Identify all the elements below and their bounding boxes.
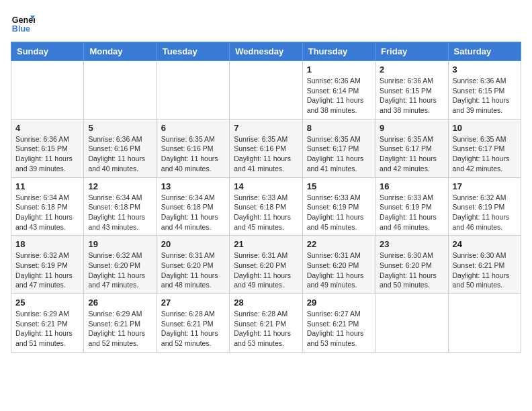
day-number: 28 — [234, 298, 298, 308]
day-info: Sunrise: 6:36 AMSunset: 6:14 PMDaylight:… — [307, 76, 371, 116]
day-info: Sunrise: 6:29 AMSunset: 6:21 PMDaylight:… — [15, 309, 79, 349]
calendar-cell: 13Sunrise: 6:34 AMSunset: 6:18 PMDayligh… — [157, 177, 229, 236]
logo: General Blue — [11, 11, 35, 35]
day-number: 12 — [88, 181, 152, 191]
day-number: 26 — [88, 298, 152, 308]
day-info: Sunrise: 6:30 AMSunset: 6:21 PMDaylight:… — [453, 250, 517, 290]
calendar-cell: 19Sunrise: 6:32 AMSunset: 6:20 PMDayligh… — [84, 236, 157, 294]
calendar-cell: 8Sunrise: 6:35 AMSunset: 6:17 PMDaylight… — [302, 119, 375, 177]
day-number: 9 — [380, 123, 443, 133]
calendar-cell: 5Sunrise: 6:36 AMSunset: 6:16 PMDaylight… — [84, 119, 157, 177]
calendar-cell: 6Sunrise: 6:35 AMSunset: 6:16 PMDaylight… — [157, 119, 229, 177]
day-number: 29 — [307, 298, 371, 308]
day-number: 14 — [234, 181, 298, 191]
day-number: 15 — [307, 181, 371, 191]
calendar-cell: 22Sunrise: 6:31 AMSunset: 6:20 PMDayligh… — [302, 236, 375, 294]
calendar-cell: 3Sunrise: 6:36 AMSunset: 6:15 PMDaylight… — [448, 61, 521, 120]
day-number: 10 — [453, 123, 517, 133]
calendar-week-4: 18Sunrise: 6:32 AMSunset: 6:19 PMDayligh… — [11, 236, 521, 294]
day-number: 8 — [307, 123, 371, 133]
day-info: Sunrise: 6:30 AMSunset: 6:20 PMDaylight:… — [380, 250, 443, 290]
day-number: 3 — [453, 64, 517, 75]
day-info: Sunrise: 6:28 AMSunset: 6:21 PMDaylight:… — [234, 309, 298, 349]
day-number: 17 — [453, 181, 517, 191]
day-info: Sunrise: 6:27 AMSunset: 6:21 PMDaylight:… — [307, 309, 371, 349]
weekday-header-row: SundayMondayTuesdayWednesdayThursdayFrid… — [11, 42, 521, 61]
day-info: Sunrise: 6:34 AMSunset: 6:18 PMDaylight:… — [88, 193, 152, 232]
calendar-cell — [375, 294, 448, 353]
calendar-week-2: 4Sunrise: 6:36 AMSunset: 6:15 PMDaylight… — [11, 119, 521, 177]
logo-icon: General Blue — [11, 11, 35, 35]
calendar-cell: 20Sunrise: 6:31 AMSunset: 6:20 PMDayligh… — [157, 236, 229, 294]
day-info: Sunrise: 6:34 AMSunset: 6:18 PMDaylight:… — [15, 193, 79, 232]
page-header: General Blue — [11, 11, 521, 35]
day-number: 22 — [307, 239, 371, 249]
calendar-cell: 29Sunrise: 6:27 AMSunset: 6:21 PMDayligh… — [302, 294, 375, 353]
day-number: 11 — [15, 181, 79, 191]
day-info: Sunrise: 6:36 AMSunset: 6:16 PMDaylight:… — [88, 134, 152, 174]
day-number: 18 — [15, 239, 79, 249]
calendar-cell — [84, 61, 157, 120]
calendar-cell — [11, 61, 84, 120]
day-info: Sunrise: 6:36 AMSunset: 6:15 PMDaylight:… — [380, 76, 443, 116]
day-number: 25 — [15, 298, 79, 308]
day-number: 20 — [161, 239, 225, 249]
calendar-cell: 21Sunrise: 6:31 AMSunset: 6:20 PMDayligh… — [230, 236, 302, 294]
day-info: Sunrise: 6:32 AMSunset: 6:19 PMDaylight:… — [453, 193, 517, 232]
calendar-cell: 23Sunrise: 6:30 AMSunset: 6:20 PMDayligh… — [375, 236, 448, 294]
weekday-header-saturday: Saturday — [448, 42, 521, 61]
day-info: Sunrise: 6:32 AMSunset: 6:19 PMDaylight:… — [15, 250, 79, 290]
day-info: Sunrise: 6:35 AMSunset: 6:17 PMDaylight:… — [307, 134, 371, 174]
day-info: Sunrise: 6:34 AMSunset: 6:18 PMDaylight:… — [161, 193, 225, 232]
day-number: 6 — [161, 123, 225, 133]
calendar-cell: 28Sunrise: 6:28 AMSunset: 6:21 PMDayligh… — [230, 294, 302, 353]
calendar-cell: 12Sunrise: 6:34 AMSunset: 6:18 PMDayligh… — [84, 177, 157, 236]
day-info: Sunrise: 6:28 AMSunset: 6:21 PMDaylight:… — [161, 309, 225, 349]
day-info: Sunrise: 6:35 AMSunset: 6:16 PMDaylight:… — [234, 134, 298, 174]
calendar-cell — [157, 61, 229, 120]
day-number: 5 — [88, 123, 152, 133]
day-info: Sunrise: 6:29 AMSunset: 6:21 PMDaylight:… — [88, 309, 152, 349]
day-number: 13 — [161, 181, 225, 191]
day-number: 7 — [234, 123, 298, 133]
calendar-cell: 26Sunrise: 6:29 AMSunset: 6:21 PMDayligh… — [84, 294, 157, 353]
calendar-cell: 25Sunrise: 6:29 AMSunset: 6:21 PMDayligh… — [11, 294, 84, 353]
day-number: 24 — [453, 239, 517, 249]
calendar-cell: 1Sunrise: 6:36 AMSunset: 6:14 PMDaylight… — [302, 61, 375, 120]
day-info: Sunrise: 6:33 AMSunset: 6:19 PMDaylight:… — [380, 193, 443, 232]
calendar-cell: 15Sunrise: 6:33 AMSunset: 6:19 PMDayligh… — [302, 177, 375, 236]
day-info: Sunrise: 6:33 AMSunset: 6:19 PMDaylight:… — [307, 193, 371, 232]
day-info: Sunrise: 6:31 AMSunset: 6:20 PMDaylight:… — [234, 250, 298, 290]
day-number: 2 — [380, 64, 443, 75]
day-info: Sunrise: 6:33 AMSunset: 6:18 PMDaylight:… — [234, 193, 298, 232]
calendar-cell: 7Sunrise: 6:35 AMSunset: 6:16 PMDaylight… — [230, 119, 302, 177]
calendar-cell: 16Sunrise: 6:33 AMSunset: 6:19 PMDayligh… — [375, 177, 448, 236]
day-number: 19 — [88, 239, 152, 249]
calendar-cell: 11Sunrise: 6:34 AMSunset: 6:18 PMDayligh… — [11, 177, 84, 236]
day-info: Sunrise: 6:31 AMSunset: 6:20 PMDaylight:… — [307, 250, 371, 290]
svg-text:Blue: Blue — [12, 24, 30, 34]
calendar-cell: 9Sunrise: 6:35 AMSunset: 6:17 PMDaylight… — [375, 119, 448, 177]
weekday-header-thursday: Thursday — [302, 42, 375, 61]
calendar-cell: 2Sunrise: 6:36 AMSunset: 6:15 PMDaylight… — [375, 61, 448, 120]
calendar-cell — [448, 294, 521, 353]
calendar-cell: 4Sunrise: 6:36 AMSunset: 6:15 PMDaylight… — [11, 119, 84, 177]
day-number: 16 — [380, 181, 443, 191]
calendar-cell: 18Sunrise: 6:32 AMSunset: 6:19 PMDayligh… — [11, 236, 84, 294]
weekday-header-monday: Monday — [84, 42, 157, 61]
calendar-cell — [230, 61, 302, 120]
day-number: 23 — [380, 239, 443, 249]
day-info: Sunrise: 6:35 AMSunset: 6:16 PMDaylight:… — [161, 134, 225, 174]
calendar-week-5: 25Sunrise: 6:29 AMSunset: 6:21 PMDayligh… — [11, 294, 521, 353]
day-info: Sunrise: 6:32 AMSunset: 6:20 PMDaylight:… — [88, 250, 152, 290]
day-info: Sunrise: 6:35 AMSunset: 6:17 PMDaylight:… — [453, 134, 517, 174]
day-number: 27 — [161, 298, 225, 308]
calendar-header: SundayMondayTuesdayWednesdayThursdayFrid… — [11, 42, 521, 61]
calendar-week-1: 1Sunrise: 6:36 AMSunset: 6:14 PMDaylight… — [11, 61, 521, 120]
calendar-body: 1Sunrise: 6:36 AMSunset: 6:14 PMDaylight… — [11, 61, 521, 353]
day-info: Sunrise: 6:31 AMSunset: 6:20 PMDaylight:… — [161, 250, 225, 290]
day-info: Sunrise: 6:35 AMSunset: 6:17 PMDaylight:… — [380, 134, 443, 174]
weekday-header-wednesday: Wednesday — [230, 42, 302, 61]
day-number: 21 — [234, 239, 298, 249]
day-number: 4 — [15, 123, 79, 133]
